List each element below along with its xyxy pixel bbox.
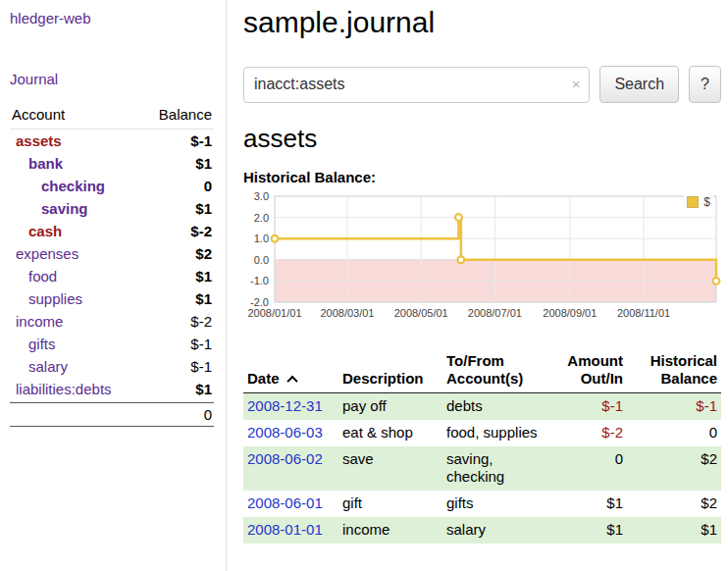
sidebar: hledger-web Journal Account Balance asse…: [0, 0, 227, 571]
register-accounts-cell: saving, checking: [442, 446, 552, 492]
register-accounts-cell: salary: [442, 517, 552, 544]
register-amount-cell: $1: [552, 517, 627, 544]
account-link-cash[interactable]: cash: [12, 223, 62, 239]
register-row: 2008-12-31pay offdebts$-1$-1: [243, 393, 721, 420]
account-row: cash$-2: [10, 220, 214, 242]
account-balance: $1: [195, 155, 212, 172]
register-amount-cell: $1: [552, 491, 627, 517]
help-button[interactable]: ?: [689, 66, 721, 103]
account-row: salary$-1: [10, 355, 214, 378]
register-balance-cell: $1: [627, 517, 721, 544]
sort-ascending-icon: [286, 376, 297, 387]
search-box: ×: [243, 67, 590, 103]
column-header-amount-line2: Out/In: [581, 370, 623, 387]
register-balance-cell: $2: [627, 446, 721, 492]
column-header-accounts: To/FromAccount(s): [442, 350, 552, 393]
search-button[interactable]: Search: [599, 66, 679, 103]
account-row: assets$-1: [10, 130, 214, 152]
register-row: 2008-01-01incomesalary$1$1: [243, 517, 721, 544]
chart-legend: $: [684, 194, 713, 210]
register-description-cell: eat & shop: [338, 420, 442, 446]
column-header-balance-line2: Balance: [660, 370, 717, 387]
account-link-salary[interactable]: salary: [12, 358, 68, 375]
account-balance: $-1: [190, 132, 212, 149]
register-amount-cell: $-1: [552, 393, 627, 420]
account-link-expenses[interactable]: expenses: [12, 245, 78, 262]
svg-text:2.0: 2.0: [254, 212, 269, 224]
register-description-cell: pay off: [338, 393, 442, 420]
sidebar-accounts-table: Account Balance assets$-1bank$1checking0…: [10, 104, 214, 427]
account-link-assets[interactable]: assets: [12, 132, 62, 149]
account-row: saving$1: [10, 197, 214, 220]
accounts-header-balance: Balance: [159, 106, 212, 123]
account-row: liabilities:debts$1: [10, 378, 214, 400]
svg-text:2008/07/01: 2008/07/01: [468, 307, 522, 319]
register-description-cell: gift: [338, 491, 442, 517]
register-row: 2008-06-01giftgifts$1$2: [243, 491, 721, 517]
account-row: checking0: [10, 175, 214, 197]
svg-text:1.0: 1.0: [254, 233, 269, 244]
register-table: Date Description To/FromAccount(s) Amoun…: [243, 350, 721, 544]
account-link-food[interactable]: food: [12, 268, 57, 285]
register-header-row: Date Description To/FromAccount(s) Amoun…: [243, 350, 721, 393]
account-row: bank$1: [10, 152, 214, 175]
account-balance: $-2: [190, 313, 212, 330]
account-link-checking[interactable]: checking: [12, 178, 105, 194]
svg-text:0.0: 0.0: [254, 254, 269, 266]
account-link-saving[interactable]: saving: [12, 200, 88, 217]
transaction-date-link[interactable]: 2008-06-02: [247, 450, 323, 467]
main-content: sample.journal × Search ? assets Histori…: [243, 0, 721, 544]
account-balance: $2: [195, 245, 212, 262]
transaction-date-link[interactable]: 2008-06-03: [247, 424, 323, 441]
app-title-link[interactable]: hledger-web: [10, 10, 214, 26]
svg-text:2008/11/01: 2008/11/01: [617, 307, 670, 319]
svg-text:2008/05/01: 2008/05/01: [394, 307, 448, 319]
clear-search-icon[interactable]: ×: [572, 76, 581, 92]
balance-chart-svg: 3.02.01.00.0-1.0-2.02008/01/012008/03/01…: [243, 189, 721, 337]
account-balance: $1: [195, 200, 212, 217]
account-row: expenses$2: [10, 242, 214, 265]
account-balance: $1: [195, 381, 212, 397]
register-row: 2008-06-02savesaving, checking0$2: [243, 446, 721, 492]
column-header-date-label: Date: [247, 370, 280, 387]
register-amount-cell: $-2: [552, 420, 627, 446]
register-accounts-cell: debts: [442, 393, 552, 420]
column-header-amount-line1: Amount: [567, 352, 623, 369]
column-header-balance: HistoricalBalance: [627, 350, 721, 393]
account-link-supplies[interactable]: supplies: [12, 290, 82, 307]
svg-text:2008/09/01: 2008/09/01: [543, 307, 597, 319]
account-row: gifts$-1: [10, 333, 214, 355]
account-balance: $-1: [190, 358, 212, 375]
account-link-liabilities-debts[interactable]: liabilities:debts: [12, 381, 112, 397]
accounts-list: assets$-1bank$1checking0saving$1cash$-2e…: [10, 130, 214, 400]
transaction-date-link[interactable]: 2008-01-01: [247, 521, 323, 538]
account-row: supplies$1: [10, 287, 214, 310]
accounts-total-value: 0: [204, 406, 212, 423]
register-balance-cell: $2: [627, 491, 721, 517]
column-header-accounts-line1: To/From: [446, 352, 504, 369]
column-header-description: Description: [338, 350, 442, 393]
column-header-balance-line1: Historical: [650, 352, 717, 369]
account-balance: $-2: [190, 223, 212, 239]
accounts-header-account: Account: [12, 106, 65, 123]
register-description-cell: save: [338, 446, 442, 492]
page-title: sample.journal: [243, 6, 721, 39]
transaction-date-link[interactable]: 2008-12-31: [247, 397, 323, 414]
register-accounts-cell: gifts: [442, 491, 552, 517]
account-balance: 0: [204, 178, 212, 194]
account-link-income[interactable]: income: [12, 313, 63, 330]
legend-swatch-icon: [687, 196, 699, 208]
accounts-table-header: Account Balance: [10, 104, 214, 130]
column-header-accounts-line2: Account(s): [446, 370, 523, 387]
accounts-total-row: 0: [10, 402, 214, 427]
register-balance-cell: 0: [627, 420, 721, 446]
account-link-gifts[interactable]: gifts: [12, 336, 56, 352]
column-header-date[interactable]: Date: [243, 350, 338, 393]
account-balance: $-1: [190, 336, 212, 352]
account-link-bank[interactable]: bank: [12, 155, 63, 172]
transaction-date-link[interactable]: 2008-06-01: [247, 494, 323, 511]
register-date-cell: 2008-12-31: [243, 393, 338, 420]
search-input[interactable]: [243, 67, 590, 103]
account-balance: $1: [195, 268, 212, 285]
nav-journal-link[interactable]: Journal: [10, 71, 214, 87]
